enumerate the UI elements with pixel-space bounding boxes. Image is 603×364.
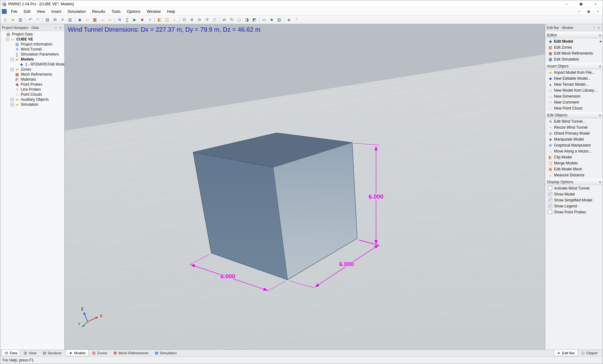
tables-button[interactable]: ⊞ xyxy=(51,16,59,23)
isometric-view-button[interactable]: ◇ xyxy=(236,16,243,23)
zoom-in-button[interactable]: ⊕ xyxy=(188,16,196,23)
close-icon[interactable]: × xyxy=(58,26,63,29)
menu-item-options[interactable]: Options xyxy=(124,8,144,15)
tree-item-mesh-refinements[interactable]: ▦Mesh Refinements xyxy=(0,72,64,77)
report-printout-button[interactable]: ≡ xyxy=(59,16,66,23)
tree-item-line-probes[interactable]: ≈Line Probes xyxy=(0,87,64,92)
new-terrain-model[interactable]: ▲New Terrain Model... xyxy=(545,81,603,87)
settings-button[interactable]: ° xyxy=(293,16,300,23)
menu-item-view[interactable]: View xyxy=(34,8,48,15)
previous-view-button[interactable]: ↺ xyxy=(203,16,211,23)
minimize-button[interactable]: ─ xyxy=(559,0,574,8)
tab-simulation[interactable]: ▩Simulation xyxy=(152,350,180,356)
tree-item-point-clouds[interactable]: ∴Point Clouds xyxy=(0,92,64,97)
orient-primary-model[interactable]: ◎Orient Primary Model xyxy=(545,130,603,136)
tree-item-auxiliary-objects[interactable]: +▰Auxiliary Objects xyxy=(0,97,64,102)
expand-icon[interactable]: + xyxy=(10,98,14,101)
tab-data[interactable]: ▤Data xyxy=(2,350,20,356)
open-project-button[interactable]: ▰ xyxy=(9,16,17,23)
tree-item-models[interactable]: −▰Models xyxy=(0,57,64,62)
tree-item-1-rfem-rstab-model[interactable]: ◆1 - RFEM/RSTAB Model xyxy=(0,62,64,67)
tree-item-simulation-parameters[interactable]: ∑Simulation Parameters xyxy=(0,52,64,57)
solid-display-button[interactable]: ■ xyxy=(268,16,275,23)
activate-wind-tunnel-checkbox[interactable]: Activate Wind Tunnel xyxy=(545,185,603,191)
edit-bar-toggle-button[interactable]: ▥ xyxy=(66,16,74,23)
edit-wind-tunnel-button[interactable]: ≋ xyxy=(116,16,123,23)
zoom-window-button[interactable]: ⊡ xyxy=(181,16,188,23)
new-project-button[interactable]: ▯ xyxy=(2,16,9,23)
undo-button[interactable]: ↶ xyxy=(26,16,34,23)
expand-icon[interactable]: + xyxy=(10,103,14,106)
expand-icon[interactable]: + xyxy=(10,68,14,71)
show-point-probes-checkbox[interactable]: Show Point Probes xyxy=(545,209,603,215)
tab-view[interactable]: ▥View xyxy=(20,350,39,356)
measure-distance-button[interactable]: ↕ xyxy=(171,16,178,23)
rotate-view-button[interactable]: ↻ xyxy=(228,16,236,23)
merge-models[interactable]: ◫Merge Models xyxy=(545,160,603,166)
wireframe-display-button[interactable]: ▭ xyxy=(260,16,268,23)
show-simplified-model-checkbox[interactable]: ✓Show Simplified Model xyxy=(545,197,603,203)
tree-item-materials[interactable]: ◩Materials xyxy=(0,77,64,82)
merge-models-button[interactable]: ◫ xyxy=(163,16,171,23)
display-properties-button[interactable]: ◈ xyxy=(285,16,293,23)
manipulate-model[interactable]: ◈Manipulate Model xyxy=(545,136,603,142)
section-header-insert-object[interactable]: Insert Object▾ xyxy=(545,63,603,69)
viewport[interactable]: Wind Tunnel Dimensions: Dx = 227.37 m, D… xyxy=(65,24,545,350)
close-icon[interactable]: × xyxy=(596,26,601,29)
tree-item-cube-ve[interactable]: −▱CUBE VE xyxy=(0,37,64,42)
pan-view-button[interactable]: ⇄ xyxy=(220,16,228,23)
menu-item-simulation[interactable]: Simulation xyxy=(64,8,89,15)
clip-model[interactable]: ◧Clip Model xyxy=(545,154,603,160)
zoom-out-button[interactable]: ⊖ xyxy=(196,16,203,23)
front-view-button[interactable]: ◨ xyxy=(243,16,251,23)
section-header-editor[interactable]: Editor▾ xyxy=(545,32,603,38)
project-navigator-toggle-button[interactable]: ▤ xyxy=(44,16,51,23)
section-header-display-options[interactable]: Display Options▾ xyxy=(545,179,603,185)
edit-zones[interactable]: ▧Edit Zones xyxy=(545,44,603,50)
top-view-button[interactable]: ◩ xyxy=(251,16,258,23)
move-along-a-vector[interactable]: →Move Along a Vector... xyxy=(545,148,603,154)
pin-icon[interactable]: ▫ xyxy=(53,26,58,29)
tab-zones[interactable]: ▧Zones xyxy=(89,350,110,356)
pin-icon[interactable]: ▫ xyxy=(592,26,596,29)
menu-item-help[interactable]: Help xyxy=(164,8,178,15)
tree-item-zones[interactable]: +▰Zones xyxy=(0,67,64,72)
menu-item-edit[interactable]: Edit xyxy=(20,8,34,15)
mdi-close-button[interactable]: × xyxy=(593,8,603,15)
maximize-button[interactable]: ▣ xyxy=(574,0,588,8)
menu-item-results[interactable]: Results xyxy=(89,8,108,15)
edit-model[interactable]: ◆Edit Model◂ xyxy=(545,38,603,44)
mdi-restore-button[interactable]: ▣ xyxy=(584,8,593,15)
tab-edit-bar[interactable]: ◈Edit Bar xyxy=(554,350,578,356)
import-model-from-file[interactable]: ▰Import Model from File... xyxy=(545,69,603,75)
tree-item-project-data[interactable]: ▤Project Data xyxy=(0,32,64,37)
viewport-3d-scene[interactable]: 6.000 6.000 6.000 Z X Y xyxy=(65,24,545,350)
show-results-button[interactable]: ≈ xyxy=(146,16,154,23)
show-legend-checkbox[interactable]: ✓Show Legend xyxy=(545,203,603,209)
measure-distance[interactable]: ↔Measure Distance xyxy=(545,172,603,178)
tree-item-simulation[interactable]: +▰Simulation xyxy=(0,102,64,107)
graphical-manipulator[interactable]: ⊕Graphical Manipulator xyxy=(545,142,603,148)
mdi-minimize-button[interactable]: ─ xyxy=(574,8,584,15)
menu-item-insert[interactable]: Insert xyxy=(48,8,64,15)
edit-mesh-refinements[interactable]: ▦Edit Mesh Refinements xyxy=(545,50,603,56)
tab-sections[interactable]: ▧Sections xyxy=(40,350,64,356)
insert-zone-button[interactable]: ▱ xyxy=(84,16,91,23)
menu-item-file[interactable]: File xyxy=(8,8,20,15)
new-dimension[interactable]: ↔New Dimension xyxy=(545,93,603,99)
tree-item-wind-tunnel[interactable]: ≋Wind Tunnel xyxy=(0,47,64,52)
tree-item-project-information[interactable]: ▤Project Information xyxy=(0,42,64,47)
section-header-edit-objects[interactable]: Edit Objects▾ xyxy=(545,112,603,118)
tab-mesh-refinements[interactable]: ▦Mesh Refinements xyxy=(110,350,151,356)
menu-item-tools[interactable]: Tools xyxy=(108,8,124,15)
edit-simulation[interactable]: ▩Edit Simulation xyxy=(545,56,603,62)
save-project-button[interactable]: ▥ xyxy=(17,16,24,23)
insert-dimension-button[interactable]: ↔ xyxy=(99,16,106,23)
close-button[interactable]: × xyxy=(588,0,603,8)
start-simulation-button[interactable]: ▶ xyxy=(131,16,139,23)
new-point-cloud[interactable]: ∴New Point Cloud xyxy=(545,105,603,111)
transparent-display-button[interactable]: ▨ xyxy=(275,16,283,23)
edit-model-mesh[interactable]: ▦Edit Model Mesh xyxy=(545,166,603,172)
mdi-child-icon[interactable] xyxy=(2,9,7,14)
insert-mesh-refinement-button[interactable]: ▦ xyxy=(91,16,99,23)
